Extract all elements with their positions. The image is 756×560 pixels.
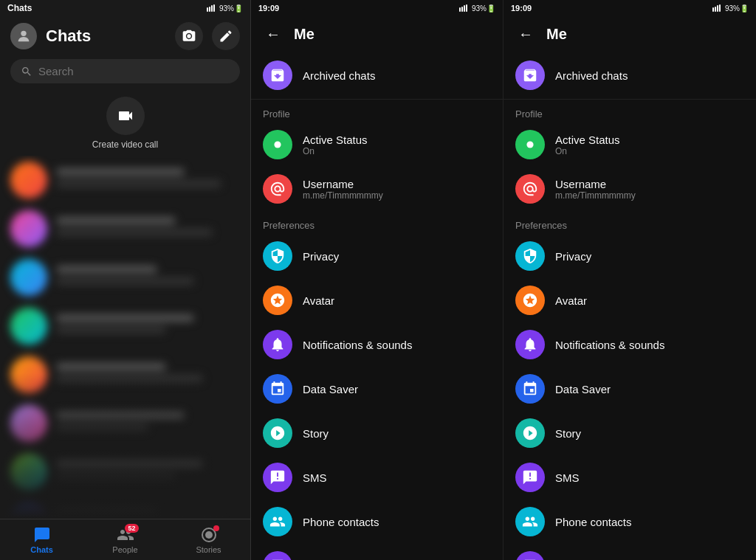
me-header-2: ← Me [504,16,756,52]
sms-icon-2 [515,463,545,492]
data-saver-icon-1 [263,374,292,404]
data-saver-row-2[interactable]: Data Saver [504,367,756,411]
me-panel-2: 19:09 93%🔋 ← Me Archived chats Profile A… [504,0,756,560]
archived-chats-row-2[interactable]: Archived chats [504,52,756,100]
username-row-2[interactable]: Username m.me/Timmmmmmy [504,167,756,211]
back-button-2[interactable]: ← [514,22,537,46]
chat-item-4[interactable] [0,302,250,350]
svg-rect-1 [209,7,210,12]
active-status-row-1[interactable]: Active Status On [251,122,503,167]
sms-row-1[interactable]: SMS [251,455,503,499]
chat-item-6[interactable] [0,399,250,448]
avatar-label-2: Avatar [555,294,744,307]
section-preferences-2: Preferences [504,211,756,234]
back-button-1[interactable]: ← [261,22,285,46]
svg-point-17 [526,141,533,148]
archived-icon-1 [263,61,292,90]
camera-button[interactable] [175,22,203,50]
phone-contacts-row-1[interactable]: Phone contacts [251,499,503,544]
search-input[interactable] [38,65,230,77]
privacy-row-2[interactable]: Privacy [504,234,756,278]
nav-chats-label: Chats [30,545,53,554]
chat-item-7[interactable] [0,448,250,497]
username-text-1: Username m.me/Timmmmmmy [303,178,491,201]
chat-list [0,156,250,519]
privacy-label-2: Privacy [555,250,744,263]
notifications-row-1[interactable]: Notifications & sounds [251,322,503,367]
create-video-label: Create video call [92,139,158,150]
story-row-1[interactable]: Story [251,411,503,455]
status-time-chats: Chats [7,3,32,13]
phone-contacts-row-2[interactable]: Phone contacts [504,499,756,544]
chat-item-2[interactable] [0,204,250,253]
chat-item-5[interactable] [0,350,250,399]
phone-contacts-label-1: Phone contacts [303,516,491,528]
sms-icon-1 [263,463,292,492]
archived-icon-2 [515,61,545,90]
story-label-2: Story [555,427,744,440]
nav-people[interactable]: 52 People [83,519,167,560]
section-profile-2: Profile [504,100,756,122]
svg-point-4 [21,31,26,36]
active-status-row-2[interactable]: Active Status On [504,122,756,167]
svg-rect-7 [459,7,461,12]
user-avatar[interactable] [10,23,37,49]
svg-point-11 [274,141,281,148]
notifications-row-2[interactable]: Notifications & sounds [504,322,756,367]
status-time-me1: 19:09 [258,4,279,13]
svg-rect-3 [213,4,215,12]
create-video-call-button[interactable]: Create video call [0,91,250,156]
privacy-row-1[interactable]: Privacy [251,234,503,278]
photos-media-row-1[interactable]: Photos & media [251,544,503,560]
username-row-1[interactable]: Username m.me/Timmmmmmy [251,167,503,211]
phone-contacts-icon-1 [263,507,292,536]
username-icon-1 [263,174,292,204]
status-icons-me1: 93%🔋 [459,4,495,13]
avatar-icon-2 [515,286,545,315]
story-icon-1 [263,418,292,448]
avatar-icon-1 [263,286,292,315]
username-text-2: Username m.me/Timmmmmmy [555,178,744,201]
chat-item-3[interactable] [0,253,250,302]
svg-rect-0 [207,7,208,12]
compose-button[interactable] [212,22,240,50]
archived-chats-row-1[interactable]: Archived chats [251,52,503,100]
me-title-2: Me [546,26,567,43]
data-saver-row-1[interactable]: Data Saver [251,367,503,411]
avatar-row-2[interactable]: Avatar [504,278,756,322]
bottom-nav: Chats 52 People Stories [0,519,250,560]
status-bar-me2: 19:09 93%🔋 [504,0,756,16]
people-badge: 52 [125,524,138,533]
svg-rect-9 [464,5,465,12]
status-bar-me1: 19:09 93%🔋 [251,0,503,16]
phone-contacts-icon-2 [515,507,545,536]
avatar-row-1[interactable]: Avatar [251,278,503,322]
svg-rect-8 [461,7,463,12]
notifications-icon-1 [263,330,292,359]
chat-item-1[interactable] [0,156,250,204]
photos-icon-1 [263,551,292,560]
avatar-label-1: Avatar [303,294,491,307]
nav-stories-label: Stories [196,545,221,554]
story-icon-2 [515,418,545,448]
nav-stories[interactable]: Stories [167,519,250,560]
me-content-2: Archived chats Profile Active Status On … [504,52,756,560]
phone-contacts-label-2: Phone contacts [555,516,744,528]
section-profile-1: Profile [251,100,503,122]
svg-rect-13 [712,7,714,12]
story-row-2[interactable]: Story [504,411,756,455]
video-call-icon [106,97,145,135]
search-bar[interactable] [10,59,240,83]
chats-header: Chats [0,16,250,56]
sms-row-2[interactable]: SMS [504,455,756,499]
archived-label-1: Archived chats [303,69,491,82]
privacy-icon-1 [263,241,292,271]
status-bar-chats: Chats 93%🔋 [0,0,250,16]
data-saver-icon-2 [515,374,545,404]
sms-label-1: SMS [303,471,491,484]
photos-media-row-2[interactable]: Photos & media [504,544,756,560]
svg-rect-14 [715,7,716,12]
chat-item-8[interactable] [0,497,250,519]
nav-chats[interactable]: Chats [0,519,83,560]
svg-rect-16 [719,4,721,12]
